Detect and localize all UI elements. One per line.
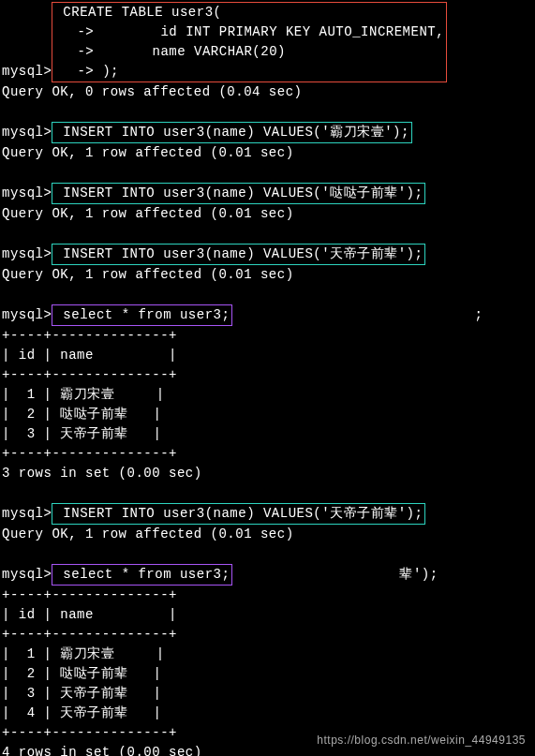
result-line: Query OK, 1 row affected (0.01 sec) xyxy=(2,143,533,163)
terminal-output[interactable]: mysql> CREATE TABLE user3(-> id INT PRIM… xyxy=(0,0,535,756)
prompt: mysql> xyxy=(2,64,52,79)
result-line: Query OK, 0 rows affected (0.04 sec) xyxy=(2,82,533,102)
table-row: | 2 | 哒哒子前辈 | xyxy=(2,664,533,684)
select1-box: select * from user3; xyxy=(52,304,232,326)
blank-line xyxy=(2,102,533,122)
table-border: +----+--------------+ xyxy=(2,444,533,464)
prompt: mysql> xyxy=(2,185,52,200)
table-row: | 1 | 霸刀宋壹 | xyxy=(2,385,533,405)
trailing: ; xyxy=(475,307,483,322)
prompt: mysql> xyxy=(2,506,52,521)
table-border: +----+--------------+ xyxy=(2,586,533,605)
blank-line xyxy=(2,285,533,304)
table-row: | 3 | 天帝子前辈 | xyxy=(2,424,533,444)
table-border: +----+--------------+ xyxy=(2,625,533,645)
create-l3: name VARCHAR(20) xyxy=(94,44,286,59)
table-row: | 3 | 天帝子前辈 | xyxy=(2,684,533,704)
result-line: Query OK, 1 row affected (0.01 sec) xyxy=(2,525,533,544)
blank-line xyxy=(2,544,533,564)
table-header: | id | name | xyxy=(2,346,533,365)
select2-box: select * from user3; xyxy=(52,564,232,586)
prompt: mysql> xyxy=(2,307,52,322)
insert4-box: INSERT INTO user3(name) VALUES('天帝子前辈'); xyxy=(52,503,425,525)
select-line-2: mysql> select * from user3; 辈'); xyxy=(2,564,533,586)
blank-line xyxy=(2,483,533,503)
continuation-arrow: -> xyxy=(54,64,94,79)
insert2-box: INSERT INTO user3(name) VALUES('哒哒子前辈'); xyxy=(52,183,425,204)
table-border: +----+--------------+ xyxy=(2,326,533,346)
create-l2: id INT PRIMARY KEY AUTO_INCREMENT, xyxy=(94,24,444,39)
prompt: mysql> xyxy=(2,125,52,140)
prompt: mysql> xyxy=(2,246,52,261)
create-l4: ); xyxy=(94,64,119,79)
continuation-arrow: -> xyxy=(54,44,94,59)
table-header: | id | name | xyxy=(2,605,533,625)
blank-line xyxy=(2,224,533,244)
result-line: Query OK, 1 row affected (0.01 sec) xyxy=(2,265,533,285)
blank-line xyxy=(2,163,533,183)
table-row: | 1 | 霸刀宋壹 | xyxy=(2,645,533,664)
insert3-box: INSERT INTO user3(name) VALUES('天帝子前辈'); xyxy=(52,244,425,265)
trailing: 辈'); xyxy=(399,567,438,582)
insert-line-4: mysql> INSERT INTO user3(name) VALUES('天… xyxy=(2,503,533,525)
result-line: Query OK, 1 row affected (0.01 sec) xyxy=(2,204,533,224)
table-border: +----+--------------+ xyxy=(2,365,533,385)
insert-line-1: mysql> INSERT INTO user3(name) VALUES('霸… xyxy=(2,122,533,143)
insert-line-2: mysql> INSERT INTO user3(name) VALUES('哒… xyxy=(2,183,533,204)
create-l1: CREATE TABLE user3( xyxy=(54,5,221,20)
insert-line-3: mysql> INSERT INTO user3(name) VALUES('天… xyxy=(2,244,533,265)
create-statement: mysql> CREATE TABLE user3(-> id INT PRIM… xyxy=(2,2,533,82)
insert1-box: INSERT INTO user3(name) VALUES('霸刀宋壹'); xyxy=(52,122,411,143)
continuation-arrow: -> xyxy=(54,24,94,39)
table-row: | 2 | 哒哒子前辈 | xyxy=(2,405,533,424)
result-line: 3 rows in set (0.00 sec) xyxy=(2,464,533,483)
watermark: https://blog.csdn.net/weixin_44949135 xyxy=(317,732,526,749)
table-row: | 4 | 天帝子前辈 | xyxy=(2,704,533,723)
prompt: mysql> xyxy=(2,567,52,582)
select-line-1: mysql> select * from user3; ; xyxy=(2,304,533,326)
create-table-box: CREATE TABLE user3(-> id INT PRIMARY KEY… xyxy=(52,2,447,82)
